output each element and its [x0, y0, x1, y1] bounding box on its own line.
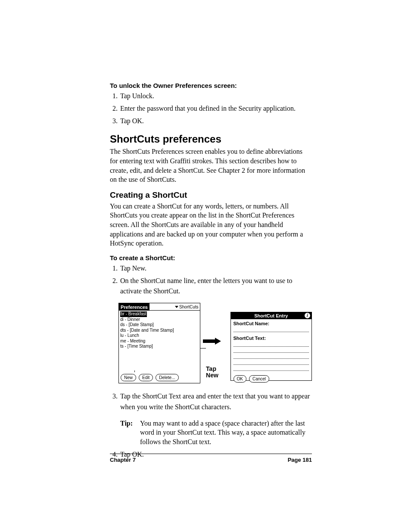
- text-label: ShortCut Text:: [234, 336, 309, 341]
- text-input[interactable]: [234, 348, 309, 353]
- list-item: Tap the ShortCut Text area and enter the…: [119, 391, 312, 413]
- create-steps-a: Tap New. On the ShortCut name line, ente…: [110, 263, 312, 297]
- name-input[interactable]: [234, 327, 309, 332]
- section-title: ShortCuts preferences: [110, 133, 312, 145]
- figure: Preferences ShortCuts br - Breakfast di …: [118, 303, 312, 383]
- ok-button[interactable]: OK: [234, 375, 246, 383]
- dialog-body: ShortCut Name: ShortCut Text:: [231, 319, 312, 373]
- text-input[interactable]: [234, 360, 309, 365]
- list-item[interactable]: me - Meeting: [120, 339, 145, 343]
- shortcut-entry-screen: ShortCut Entry i ShortCut Name: ShortCut…: [230, 312, 312, 381]
- dialog-title: ShortCut Entry i: [231, 312, 312, 319]
- unlock-steps: Tap Unlock. Enter the password that you …: [110, 91, 312, 126]
- list-item: On the ShortCut name line, enter the let…: [119, 276, 312, 297]
- titlebar: Preferences ShortCuts: [119, 303, 200, 311]
- arrow-icon: [203, 338, 222, 345]
- preferences-screen: Preferences ShortCuts br - Breakfast di …: [118, 303, 200, 383]
- footer-page: Page 181: [288, 457, 312, 463]
- list-item: Tap New.: [119, 263, 312, 274]
- callout-tick: [134, 370, 135, 372]
- arrow-column: TapNew: [203, 308, 222, 379]
- footer-chapter: Chapter 7: [110, 457, 136, 463]
- list-item[interactable]: ds - [Date Stamp]: [120, 322, 154, 327]
- page: To unlock the Owner Preferences screen: …: [0, 0, 411, 532]
- dialog-buttons: OK Cancel: [231, 373, 312, 385]
- unlock-heading: To unlock the Owner Preferences screen:: [110, 82, 312, 89]
- list-item[interactable]: br - Breakfast: [120, 311, 147, 317]
- list-item[interactable]: di - Dinner: [120, 317, 140, 322]
- tip: Tip: You may want to add a space (space …: [120, 419, 312, 447]
- list-item[interactable]: ts - [Time Stamp]: [120, 344, 153, 348]
- edit-button[interactable]: Edit: [139, 374, 153, 381]
- screen-title: Preferences: [119, 303, 149, 311]
- name-label: ShortCut Name:: [234, 321, 309, 326]
- category-dropdown[interactable]: ShortCuts: [149, 303, 200, 311]
- tip-label: Tip:: [120, 419, 137, 447]
- text-input[interactable]: [234, 354, 309, 359]
- list-item: Tap Unlock.: [119, 91, 312, 102]
- list-item[interactable]: lu - Lunch: [120, 333, 139, 338]
- delete-button[interactable]: Delete...: [156, 374, 178, 381]
- text-input[interactable]: [234, 342, 309, 347]
- list-item: Enter the password that you defined in t…: [119, 103, 312, 114]
- subsection-body: You can create a ShortCut for any words,…: [110, 202, 312, 248]
- footer: Chapter 7 Page 181: [110, 454, 312, 463]
- subsection-title: Creating a ShortCut: [110, 190, 312, 200]
- callout-label: TapNew: [206, 366, 218, 379]
- info-icon[interactable]: i: [305, 313, 310, 318]
- create-steps-b: Tap the ShortCut Text area and enter the…: [110, 391, 312, 413]
- category-label: ShortCuts: [179, 305, 198, 309]
- chevron-down-icon: [175, 306, 178, 308]
- create-heading: To create a ShortCut:: [110, 254, 312, 261]
- new-button[interactable]: New: [121, 374, 136, 381]
- tip-text: You may want to add a space (space chara…: [140, 419, 312, 447]
- list-item[interactable]: dts - [Date and Time Stamp]: [120, 328, 174, 333]
- cancel-button[interactable]: Cancel: [249, 375, 269, 383]
- shortcut-list[interactable]: br - Breakfast di - Dinner ds - [Date St…: [119, 311, 200, 372]
- button-row: New Edit Delete...: [119, 372, 200, 383]
- section-body: The ShortCuts Preferences screen enables…: [110, 147, 312, 184]
- text-input[interactable]: [234, 366, 309, 371]
- callout-line: [200, 348, 206, 348]
- list-item: Tap OK.: [119, 116, 312, 127]
